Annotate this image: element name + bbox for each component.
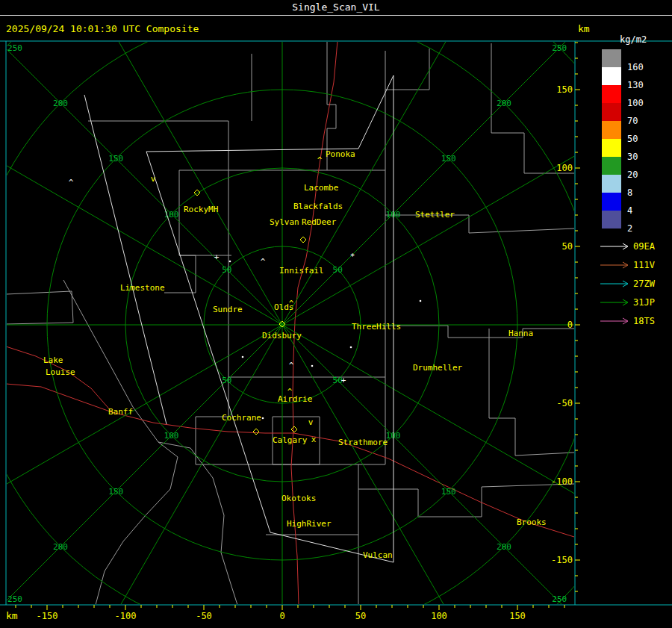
- city-label-stettler: Stettler: [415, 210, 455, 220]
- county-boundary: [385, 49, 429, 90]
- right-axis-label: -100: [551, 476, 573, 487]
- legend-value-30: 30: [627, 152, 638, 162]
- right-axis-label: 50: [562, 241, 573, 252]
- city-label-ponoka: Ponoka: [326, 149, 355, 159]
- legend-swatch-130: [602, 67, 621, 85]
- range-label-200: 200: [53, 542, 68, 552]
- city-label-reddeer: RedDeer: [302, 217, 337, 227]
- range-label-150: 150: [108, 154, 123, 164]
- dot-marker: [420, 300, 422, 302]
- city-label-okotoks: Okotoks: [281, 494, 316, 503]
- bottom-axis-label: 50: [355, 611, 366, 621]
- city-label-hanna: Hanna: [508, 329, 533, 338]
- city-label-sylvan: Sylvan: [270, 217, 299, 227]
- radial-line: [66, 325, 282, 628]
- station-id-27zw: 27ZW: [633, 279, 656, 289]
- dot-marker: [242, 356, 244, 358]
- legend-value-160: 160: [627, 62, 644, 72]
- right-axis-label: -150: [551, 555, 573, 565]
- station-id-09ea: 09EA: [633, 241, 656, 252]
- dot-marker: [350, 346, 352, 349]
- caret-marker: ^: [69, 178, 74, 187]
- bottom-axis-label: -50: [196, 611, 212, 621]
- city-label-drumheller: Drumheller: [413, 363, 463, 373]
- city-label-limestone: Limestone: [120, 283, 165, 293]
- range-label-250: 250: [7, 43, 22, 53]
- range-label-100: 100: [386, 210, 401, 220]
- city-label-sundre: Sundre: [213, 305, 243, 314]
- caret-marker: ^: [289, 361, 294, 370]
- range-label-200: 200: [497, 542, 511, 552]
- city-label-lake: Lake: [43, 355, 63, 365]
- legend-value-20: 20: [627, 170, 638, 180]
- legend-value-50: 50: [627, 134, 638, 144]
- dot-marker: [229, 261, 231, 263]
- county-boundary: [164, 255, 196, 293]
- caret-marker: ^: [261, 257, 266, 267]
- city-label-strathmore: Strathmore: [338, 438, 388, 447]
- legend-swatch-100: [602, 85, 621, 103]
- bottom-axis-label: -100: [115, 611, 137, 621]
- range-label-150: 150: [441, 154, 456, 164]
- city-label-lacombe: Lacombe: [304, 183, 338, 193]
- right-axis-label: 0: [567, 320, 573, 330]
- city-label-calgary: Calgary: [273, 435, 308, 445]
- radial-line: [0, 325, 282, 628]
- range-label-50: 50: [333, 265, 343, 275]
- range-label-250: 250: [552, 43, 567, 53]
- county-boundary: [489, 329, 574, 456]
- radar-app-window: 5050505010010010010015015015015020020020…: [0, 0, 672, 628]
- station-id-31jp: 31JP: [633, 297, 655, 308]
- legend-value-2: 2: [627, 223, 632, 234]
- legend-swatch-2: [602, 211, 621, 228]
- legend-value-100: 100: [627, 98, 644, 108]
- city-label-innisfail: Innisfail: [279, 266, 324, 276]
- legend-value-70: 70: [627, 116, 638, 126]
- legend-units-label: kg/m2: [620, 34, 647, 45]
- bottom-axis-label: 150: [509, 611, 526, 621]
- right-axis-label: 100: [556, 163, 573, 173]
- city-label-cochrane: Cochrane: [222, 413, 261, 423]
- window-title: Single_Scan_VIL: [292, 1, 379, 13]
- legend-swatch-50: [602, 121, 621, 139]
- city-label-rockymh: RockyMH: [184, 205, 218, 214]
- bottom-axis-label: 0: [279, 611, 284, 621]
- vee-marker: v: [151, 174, 156, 184]
- radial-line: [0, 19, 282, 325]
- legend-value-130: 130: [627, 80, 644, 90]
- county-boundary: [6, 291, 73, 324]
- legend-swatch-30: [602, 139, 621, 157]
- city-label-didsbury: Didsbury: [262, 331, 302, 341]
- radial-line: [282, 325, 499, 628]
- legend-swatch-160: [602, 49, 621, 67]
- city-label-threehills: ThreeHills: [352, 322, 401, 332]
- radial-line: [282, 19, 588, 325]
- legend-swatch-20: [602, 157, 621, 175]
- radial-line: [66, 0, 282, 325]
- legend-swatch-8: [602, 175, 621, 193]
- radar-display[interactable]: 5050505010010010010015015015015020020020…: [0, 0, 672, 628]
- range-label-250: 250: [7, 594, 22, 604]
- bottom-axis-label: -150: [37, 611, 58, 621]
- vee-marker: v: [308, 417, 314, 427]
- scan-timestamp: 2025/09/24 10:01:30 UTC Composite: [6, 23, 199, 34]
- range-label-200: 200: [497, 99, 511, 108]
- legend-value-4: 4: [627, 205, 632, 216]
- city-label-highriver: HighRiver: [287, 519, 332, 529]
- title-bar: Single_Scan_VIL: [0, 0, 672, 16]
- range-label-50: 50: [222, 376, 231, 385]
- range-label-100: 100: [386, 431, 401, 441]
- right-axis-label: -50: [556, 398, 573, 408]
- radial-line: [282, 325, 657, 541]
- county-boundary: [158, 442, 237, 605]
- legend-value-8: 8: [627, 187, 632, 198]
- site-diamond-marker: [253, 429, 259, 435]
- legend-swatch-70: [602, 103, 621, 121]
- legend-swatch-4: [602, 193, 621, 211]
- range-label-50: 50: [222, 265, 231, 275]
- range-label-150: 150: [108, 487, 123, 497]
- range-label-150: 150: [441, 487, 456, 497]
- radial-line: [0, 325, 282, 541]
- right-axis-units: km: [578, 23, 590, 34]
- range-label-100: 100: [164, 210, 179, 220]
